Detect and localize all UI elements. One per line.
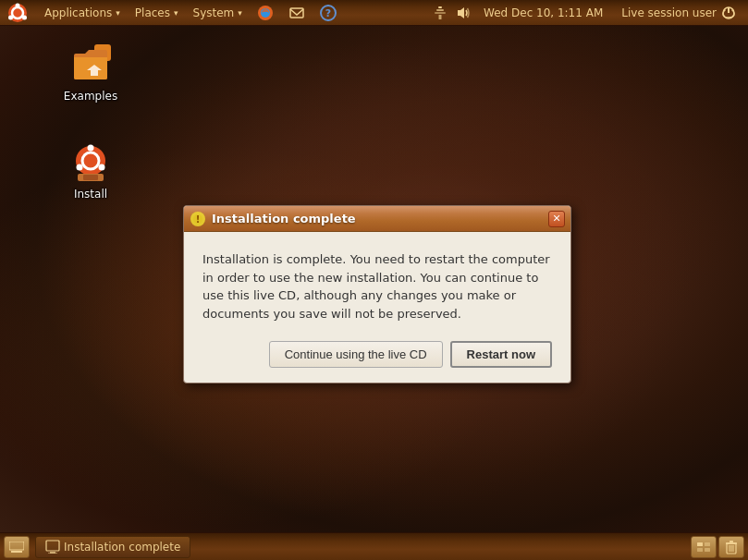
dialog-title-text: Installation complete [212,212,548,225]
dialog-title-icon: ! [190,211,206,227]
dialog-close-button[interactable]: ✕ [548,211,565,227]
dialog-content: Installation is complete. You need to re… [184,232,570,383]
restart-now-button[interactable]: Restart now [450,341,552,368]
dialog-message: Installation is complete. You need to re… [202,250,552,323]
continue-live-cd-button[interactable]: Continue using the live CD [269,341,443,368]
installation-complete-dialog: ! Installation complete ✕ Installation i… [183,205,571,383]
svg-text:!: ! [196,214,201,225]
dialog-titlebar: ! Installation complete ✕ [184,206,570,232]
dialog-backdrop: ! Installation complete ✕ Installation i… [0,0,748,560]
dialog-buttons: Continue using the live CD Restart now [202,341,552,368]
desktop: Applications ▾ Places ▾ System ▾ [0,0,748,560]
